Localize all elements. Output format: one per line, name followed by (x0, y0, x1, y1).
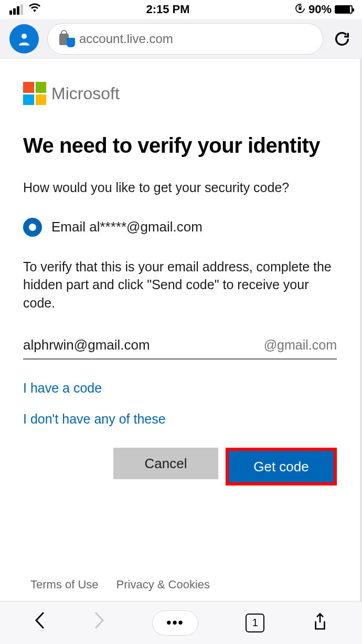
browser-toolbar-top: account.live.com (0, 19, 362, 59)
svg-rect-1 (299, 7, 301, 10)
radio-selected-icon (23, 218, 42, 237)
svg-point-2 (22, 34, 27, 39)
wifi-icon (28, 3, 41, 16)
privacy-link[interactable]: Privacy & Cookies (116, 578, 210, 592)
cancel-button[interactable]: Cancel (113, 448, 218, 479)
prompt-text: How would you like to get your security … (23, 179, 337, 197)
battery-icon (335, 5, 353, 14)
radio-label: Email al*****@gmail.com (51, 219, 203, 235)
terms-link[interactable]: Terms of Use (30, 578, 99, 592)
email-suffix: @gmail.com (264, 337, 337, 353)
email-input[interactable] (23, 337, 264, 353)
verify-option-email[interactable]: Email al*****@gmail.com (23, 218, 337, 237)
get-code-button[interactable]: Get code (229, 451, 334, 482)
status-bar: 2:15 PM 90% (0, 0, 362, 19)
forward-button[interactable] (93, 611, 105, 634)
battery-percentage: 90% (308, 3, 332, 16)
highlight-annotation: Get code (226, 448, 337, 485)
button-row: Cancel Get code (23, 448, 337, 485)
microsoft-logo-icon (23, 82, 46, 105)
profile-avatar[interactable] (9, 24, 39, 54)
site-security-icon (59, 31, 72, 46)
url-text: account.live.com (79, 31, 173, 46)
page-heading: We need to verify your identity (23, 133, 337, 158)
link-have-code[interactable]: I have a code (23, 381, 337, 396)
footer-links: Terms of Use Privacy & Cookies (0, 578, 240, 592)
share-button[interactable] (312, 613, 328, 634)
reload-button[interactable] (332, 28, 353, 49)
more-menu-button[interactable]: ••• (152, 610, 198, 636)
email-input-row: @gmail.com (23, 337, 337, 360)
page-viewport: Microsoft We need to verify your identit… (0, 59, 362, 601)
address-bar[interactable]: account.live.com (47, 23, 323, 55)
microsoft-wordmark: Microsoft (51, 84, 120, 103)
link-no-options[interactable]: I don't have any of these (23, 411, 337, 427)
browser-toolbar-bottom: ••• 1 (0, 601, 362, 644)
tabs-button[interactable]: 1 (246, 614, 264, 632)
back-button[interactable] (34, 611, 46, 634)
tab-count: 1 (252, 617, 258, 629)
rotation-lock-icon (295, 3, 305, 16)
cellular-signal-icon (9, 4, 23, 15)
instruction-text: To verify that this is your email addres… (23, 258, 337, 312)
microsoft-brand: Microsoft (23, 82, 337, 105)
status-time: 2:15 PM (146, 3, 189, 16)
